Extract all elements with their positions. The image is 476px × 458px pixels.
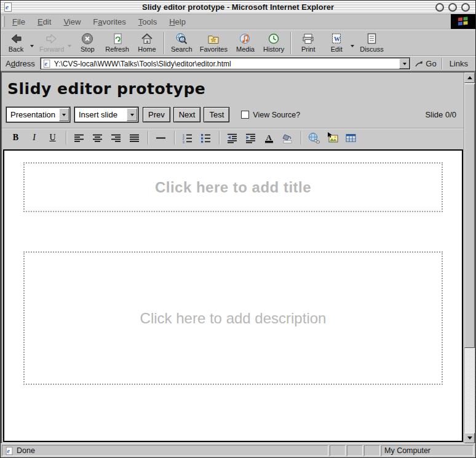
svg-text:A: A [266, 132, 272, 141]
view-source-checkbox[interactable] [241, 111, 249, 119]
insert-image-button[interactable] [326, 131, 339, 144]
outdent-icon [226, 132, 238, 144]
highlight-icon [282, 132, 293, 144]
browser-toolbar: Back Forward Stop Refresh Home Search Fa… [1, 30, 475, 56]
title-bar[interactable]: e Slidy editor prototype - Microsoft Int… [1, 1, 475, 14]
address-label: Address [2, 59, 40, 68]
security-zone: My Computer [381, 445, 474, 456]
browser-window: e Slidy editor prototype - Microsoft Int… [0, 0, 476, 458]
address-bar: Address e Y:\CVS-local\WWW\Talks\Tools\S… [1, 56, 475, 71]
stop-button[interactable]: Stop [73, 31, 101, 55]
minimize-button[interactable] [435, 3, 444, 12]
forward-dropdown-arrow[interactable] [68, 45, 71, 49]
media-button[interactable]: Media [231, 31, 260, 55]
next-button[interactable]: Next [173, 107, 201, 122]
status-panel-empty [330, 445, 346, 456]
svg-text:e: e [7, 447, 10, 454]
forward-button[interactable]: Forward [36, 31, 68, 55]
status-panel: e Done [2, 445, 328, 456]
outdent-button[interactable] [226, 131, 239, 144]
close-button[interactable] [461, 3, 470, 12]
toolbar-separator [148, 131, 149, 144]
links-bar[interactable]: Links [444, 59, 474, 68]
hyperlink-button[interactable] [307, 131, 320, 144]
media-icon [239, 31, 252, 45]
status-bar: e Done My Computer [1, 443, 475, 457]
menu-file[interactable]: File [6, 14, 31, 29]
slide-description-placeholder[interactable]: Click here to add description [23, 251, 443, 385]
toolbar-separator [301, 131, 302, 144]
bullet-list-button[interactable] [199, 131, 212, 144]
bold-button[interactable]: B [9, 131, 22, 144]
align-right-button[interactable] [109, 131, 122, 144]
indent-button[interactable] [244, 131, 257, 144]
menu-tools[interactable]: Tools [132, 14, 163, 29]
indent-icon [245, 132, 256, 144]
horizontal-rule-button[interactable] [154, 131, 167, 144]
scrollbar-thumb[interactable] [464, 84, 475, 348]
justify-button[interactable] [128, 131, 141, 144]
address-dropdown-button[interactable] [399, 58, 410, 69]
menu-favorites[interactable]: Favorites [87, 14, 132, 29]
menu-gripper[interactable] [2, 16, 5, 27]
maximize-button[interactable] [448, 3, 457, 12]
prev-button[interactable]: Prev [143, 107, 170, 122]
toolbar-separator [442, 58, 443, 69]
bullet-list-icon [200, 132, 212, 144]
align-center-button[interactable] [91, 131, 104, 144]
address-input[interactable]: e Y:\CVS-local\WWW\Talks\Tools\Slidy\edi… [40, 57, 411, 70]
history-button[interactable]: History [260, 31, 288, 55]
menu-edit[interactable]: Edit [31, 14, 57, 29]
stop-icon [81, 31, 94, 45]
italic-button[interactable]: I [28, 131, 41, 144]
refresh-icon [111, 31, 124, 45]
menu-view[interactable]: View [57, 14, 87, 29]
edit-icon: W [330, 31, 343, 45]
edit-dropdown-arrow[interactable] [351, 45, 354, 49]
favorites-button[interactable]: Favorites [196, 31, 231, 55]
chevron-down-icon [59, 108, 69, 121]
slide-counter: Slide 0/0 [425, 110, 460, 119]
media-label: Media [236, 45, 255, 53]
font-color-button[interactable]: A [263, 131, 276, 144]
highlight-button[interactable] [281, 131, 294, 144]
back-dropdown-arrow[interactable] [30, 45, 34, 49]
history-label: History [263, 45, 284, 53]
search-label: Search [171, 45, 192, 53]
ordered-list-button[interactable]: 123 [181, 131, 194, 144]
insert-slide-select[interactable]: Insert slide [74, 107, 138, 122]
home-button[interactable]: Home [133, 31, 161, 55]
discuss-button[interactable]: Discuss [356, 31, 387, 55]
ie-page-icon: e [5, 446, 14, 456]
status-text: Done [17, 446, 35, 455]
insert-table-button[interactable] [344, 131, 357, 144]
print-button[interactable]: Print [294, 31, 322, 55]
align-left-icon [73, 132, 85, 144]
refresh-button[interactable]: Refresh [101, 31, 133, 55]
presentation-select[interactable]: Presentation [6, 107, 70, 122]
hyperlink-icon [307, 132, 320, 144]
svg-text:3: 3 [183, 140, 185, 143]
scroll-down-button[interactable] [464, 433, 475, 443]
page-title: Slidy editor prototype [7, 80, 464, 98]
edit-button[interactable]: W Edit [322, 31, 351, 55]
forward-label: Forward [39, 45, 64, 53]
search-button[interactable]: Search [167, 31, 196, 55]
favorites-label: Favorites [200, 45, 228, 53]
ordered-list-icon: 123 [181, 132, 193, 144]
slide-title-placeholder[interactable]: Click here to add title [23, 162, 443, 212]
vertical-scrollbar[interactable] [464, 73, 475, 443]
back-button[interactable]: Back [2, 31, 30, 55]
go-button[interactable]: Go [411, 59, 440, 68]
toolbar-separator [66, 131, 67, 144]
align-left-button[interactable] [73, 131, 85, 144]
back-icon [9, 31, 23, 45]
forward-icon [45, 31, 58, 45]
menu-help[interactable]: Help [163, 14, 192, 29]
scroll-up-button[interactable] [464, 73, 475, 83]
font-color-icon: A [263, 132, 275, 144]
test-button[interactable]: Test [204, 107, 229, 122]
align-center-icon [92, 132, 103, 144]
toolbar-separator [174, 131, 175, 144]
underline-button[interactable]: U [46, 131, 59, 144]
